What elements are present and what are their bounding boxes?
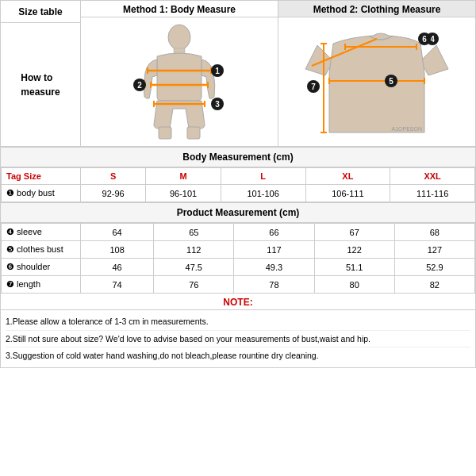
method1-title: Method 1: Body Measure (81, 1, 278, 17)
table-header-row: Tag Size S M L XL XXL (2, 168, 475, 185)
method1-diagram: 1 2 3 (81, 19, 278, 146)
cell-value: 92-96 (81, 185, 146, 202)
body-measurement-table: Tag Size S M L XL XXL ❶ body bust92-9696… (1, 167, 475, 202)
svg-point-0 (168, 25, 190, 50)
size-guide-container: Size table How to measure Method 1: Body… (0, 0, 476, 368)
table-row: ❺ clothes bust108112117122127 (2, 241, 475, 259)
note-item: 1.Please allow a tolerance of 1-3 cm in … (6, 313, 470, 331)
body-measurement-title: Body Measurement (cm) (1, 147, 475, 167)
cell-value: 65 (154, 224, 234, 241)
body-diagram-svg: 1 2 3 (100, 21, 259, 144)
svg-rect-3 (187, 127, 200, 139)
cell-value: 47.5 (154, 259, 234, 276)
note-item: 2.Still not sure about size? We'd love t… (6, 331, 470, 348)
method1-column: Method 1: Body Measure (81, 1, 278, 146)
svg-text:4: 4 (430, 35, 435, 44)
method2-title: Method 2: Clothing Measure (278, 1, 475, 17)
cell-value: 108 (81, 241, 154, 259)
cell-value: 106-111 (305, 185, 390, 202)
cell-value: 49.3 (234, 259, 314, 276)
notes-container: 1.Please allow a tolerance of 1-3 cm in … (1, 310, 475, 367)
notes-title: NOTE: (1, 294, 475, 310)
notes-section: NOTE: 1.Please allow a tolerance of 1-3 … (1, 294, 475, 367)
table-row: ❼ length7476788082 (2, 276, 475, 294)
cell-value: 101-106 (221, 185, 305, 202)
svg-text:A1OPESON: A1OPESON (391, 126, 422, 132)
svg-text:1: 1 (215, 67, 220, 75)
method2-diagram: 4 5 6 7 A1OPESON (278, 19, 475, 146)
cell-value: 46 (81, 259, 154, 276)
cell-value: 117 (234, 241, 314, 259)
cell-value: 127 (394, 241, 474, 259)
svg-text:2: 2 (137, 81, 142, 90)
cell-value: 64 (81, 224, 154, 241)
cell-value: 74 (81, 276, 154, 294)
size-table-label: Size table (1, 1, 80, 23)
svg-text:5: 5 (389, 77, 393, 86)
svg-text:3: 3 (215, 100, 220, 109)
row-label: ❻ shoulder (2, 259, 81, 276)
row-label: ❼ length (2, 276, 81, 294)
col-s-header: S (81, 168, 146, 185)
note-item: 3.Suggestion of cold water hand washing,… (6, 347, 470, 364)
product-measurement-section: Product Measurement (cm) ❹ sleeve6465666… (1, 202, 475, 294)
cell-value: 76 (154, 276, 234, 294)
cell-value: 51.1 (314, 259, 394, 276)
method2-column: Method 2: Clothing Measure (278, 1, 475, 146)
col-xl-header: XL (305, 168, 390, 185)
row-label: ❺ clothes bust (2, 241, 81, 259)
cell-value: 78 (234, 276, 314, 294)
cell-value: 82 (394, 276, 474, 294)
cell-value: 96-101 (146, 185, 221, 202)
body-measurement-section: Body Measurement (cm) Tag Size S M L XL … (1, 147, 475, 202)
tag-size-header: Tag Size (2, 168, 81, 185)
svg-text:7: 7 (311, 83, 316, 91)
cell-value: 68 (394, 224, 474, 241)
cell-value: 80 (314, 276, 394, 294)
cell-value: 111-116 (390, 185, 475, 202)
cell-value: 66 (234, 224, 314, 241)
table-row: ❻ shoulder4647.549.351.152.9 (2, 259, 475, 276)
cell-value: 52.9 (394, 259, 474, 276)
svg-text:6: 6 (422, 35, 427, 44)
col-m-header: M (146, 168, 221, 185)
col-l-header: L (221, 168, 305, 185)
row-label: ❹ sleeve (2, 224, 81, 241)
cell-value: 67 (314, 224, 394, 241)
product-measurement-title: Product Measurement (cm) (1, 202, 475, 223)
svg-rect-2 (159, 127, 171, 139)
how-to-measure-label: How to measure (1, 23, 80, 146)
top-section: Size table How to measure Method 1: Body… (1, 1, 475, 147)
table-row: ❶ body bust92-9696-101101-106106-111111-… (2, 185, 475, 202)
row-label: ❶ body bust (2, 185, 81, 202)
cell-value: 112 (154, 241, 234, 259)
cell-value: 122 (314, 241, 394, 259)
product-measurement-table: ❹ sleeve6465666768❺ clothes bust10811211… (1, 223, 475, 294)
table-row: ❹ sleeve6465666768 (2, 224, 475, 241)
left-column: Size table How to measure (1, 1, 81, 146)
col-xxl-header: XXL (390, 168, 475, 185)
tshirt-diagram-svg: 4 5 6 7 A1OPESON (301, 21, 452, 144)
